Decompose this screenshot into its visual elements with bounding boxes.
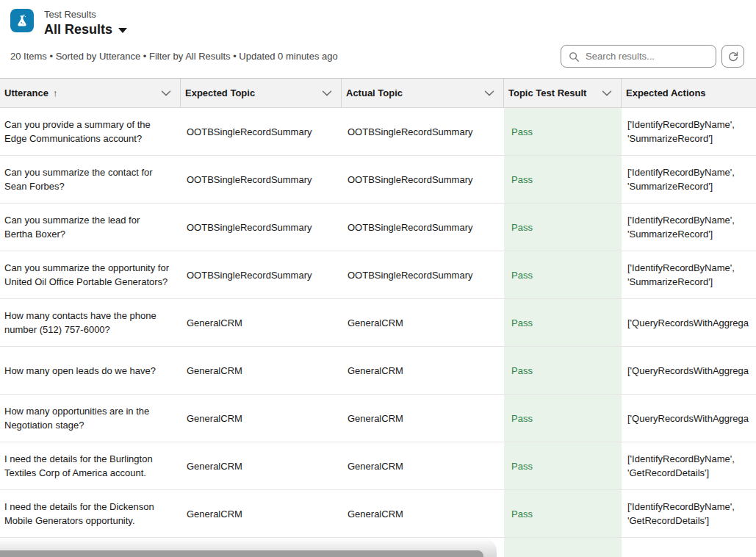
table-row: Can you summarize the contact for Sean F… [0,156,756,204]
column-header-expected-topic[interactable]: Expected Topic [181,79,342,107]
list-status-line: 20 Items • Sorted by Utterance • Filter … [10,51,338,62]
expected-topic-cell: OOTBSingleRecordSummary [181,170,342,190]
topic-test-result-cell: Pass [504,156,622,203]
column-menu-chevron-down-icon[interactable] [481,87,497,99]
actual-topic-cell: GeneralCRM [342,504,504,524]
expected-topic-cell: GeneralCRM [181,456,342,476]
column-label: Expected Topic [185,87,255,98]
search-icon [569,51,580,62]
actual-topic-cell: GeneralCRM [342,313,504,333]
utterance-cell: How many open leads do we have? [0,361,181,381]
table-row: Can you summarize the lead for Bertha Bo… [0,204,756,251]
topic-test-result-cell: Pass [504,299,622,346]
view-name: All Results [44,21,112,37]
column-label: Topic Test Result [508,87,586,98]
pass-badge: Pass [511,316,533,330]
expected-actions-cell: ['QueryRecordsWithAggrega [622,313,756,333]
pass-badge: Pass [511,459,533,473]
actual-topic-cell: GeneralCRM [342,361,504,381]
column-label: Utterance [4,87,48,98]
actual-topic-cell: OOTBSingleRecordSummary [342,122,504,142]
expected-actions-cell: ['IdentifyRecordByName', [622,552,756,557]
table-header-row: Utterance ↑ Expected Topic Actual Topic [0,79,756,108]
expected-actions-cell: ['IdentifyRecordByName', 'SummarizeRecor… [622,162,756,196]
test-results-page: Test Results All Results 20 Items • Sort… [0,0,756,557]
topic-test-result-cell: Pass [504,490,622,537]
toolbar-actions [561,45,744,68]
view-selector[interactable]: All Results [44,21,127,37]
actual-topic-cell: OOTBSingleRecordSummary [342,170,504,190]
column-menu-chevron-down-icon[interactable] [319,87,335,99]
list-toolbar: 20 Items • Sorted by Utterance • Filter … [0,39,756,78]
column-menu-chevron-down-icon[interactable] [599,87,615,99]
utterance-cell: Can you provide a summary of the Edge Co… [0,115,181,148]
actual-topic-cell: GeneralCRM [342,409,504,428]
table-row: I need the details for the Dickenson Mob… [0,490,756,538]
topic-test-result-cell: Pass [504,204,622,251]
actual-topic-cell: OOTBSingleRecordSummary [342,265,504,285]
utterance-cell: How many contacts have the phone number … [0,306,181,339]
search-box [561,45,716,68]
table-row: I need the details for the Burlington Te… [0,442,756,490]
page-header: Test Results All Results [0,0,756,39]
pass-badge: Pass [511,507,533,521]
utterance-cell: I need the details for the Dickenson Mob… [0,497,181,531]
flask-icon [10,9,34,32]
column-menu-chevron-down-icon[interactable] [158,87,174,99]
refresh-button[interactable] [721,45,744,68]
column-header-topic-test-result[interactable]: Topic Test Result [504,79,622,107]
utterance-cell: I need the details for the Burlington Te… [0,449,181,483]
utterance-cell: Can you summarize the contact for Sean F… [0,162,181,196]
expected-topic-cell: GeneralCRM [181,361,342,381]
results-table: Utterance ↑ Expected Topic Actual Topic [0,78,756,557]
expected-actions-cell: ['IdentifyRecordByName', 'GetRecordDetai… [622,449,756,483]
pass-badge: Pass [511,364,533,378]
sort-ascending-icon: ↑ [53,87,58,98]
expected-actions-cell: ['IdentifyRecordByName', 'GetRecordDetai… [622,497,756,531]
actual-topic-cell: GeneralCRM [342,456,504,476]
topic-test-result-cell: Pass [504,108,622,155]
expected-topic-cell: GeneralCRM [181,409,342,428]
column-label: Expected Actions [626,87,706,98]
utterance-cell: How many opportunities are in the Negoti… [0,401,181,435]
table-body: Can you provide a summary of the Edge Co… [0,108,756,557]
refresh-icon [727,51,739,62]
title-block: Test Results All Results [44,9,127,37]
topic-test-result-cell: Pass [504,442,622,489]
pass-badge: Pass [511,412,533,425]
topic-test-result-cell: Pass [504,347,622,394]
expected-topic-cell: GeneralCRM [181,504,342,524]
topic-test-result-cell: Pass [504,395,622,442]
table-row: Can you summarize the opportunity for Un… [0,251,756,299]
column-label: Actual Topic [346,87,403,98]
expected-topic-cell: OOTBSingleRecordSummary [181,218,342,237]
expected-topic-cell: OOTBSingleRecordSummary [181,122,342,142]
search-input[interactable] [561,46,716,67]
topic-test-result-cell [504,538,622,557]
expected-actions-cell: ['IdentifyRecordByName', 'SummarizeRecor… [622,258,756,292]
actual-topic-cell: OOTBSingleRecordSummary [342,218,504,237]
pass-badge: Pass [511,220,533,234]
utterance-cell: Can you summarize the lead for Bertha Bo… [0,210,181,244]
pass-badge: Pass [511,173,533,187]
horizontal-scrollbar-thumb[interactable] [0,550,483,557]
column-header-actual-topic[interactable]: Actual Topic [342,79,504,107]
pass-badge: Pass [511,268,533,282]
expected-actions-cell: ['QueryRecordsWithAggrega [622,361,756,381]
column-header-expected-actions[interactable]: Expected Actions [622,79,756,107]
pass-badge: Pass [511,125,533,139]
record-type-label: Test Results [44,9,127,21]
expected-actions-cell: ['QueryRecordsWithAggrega [622,409,756,428]
table-row: How many opportunities are in the Negoti… [0,395,756,442]
expected-topic-cell: GeneralCRM [181,313,342,333]
view-selector-caret-icon [118,28,127,33]
utterance-cell: Can you summarize the opportunity for Un… [0,258,181,292]
table-row: How many open leads do we have? GeneralC… [0,347,756,395]
expected-actions-cell: ['IdentifyRecordByName', 'SummarizeRecor… [622,115,756,148]
table-row: Can you provide a summary of the Edge Co… [0,108,756,156]
column-header-utterance[interactable]: Utterance ↑ [0,79,181,107]
expected-topic-cell: OOTBSingleRecordSummary [181,265,342,285]
table-row: How many contacts have the phone number … [0,299,756,347]
topic-test-result-cell: Pass [504,251,622,298]
expected-actions-cell: ['IdentifyRecordByName', 'SummarizeRecor… [622,210,756,244]
